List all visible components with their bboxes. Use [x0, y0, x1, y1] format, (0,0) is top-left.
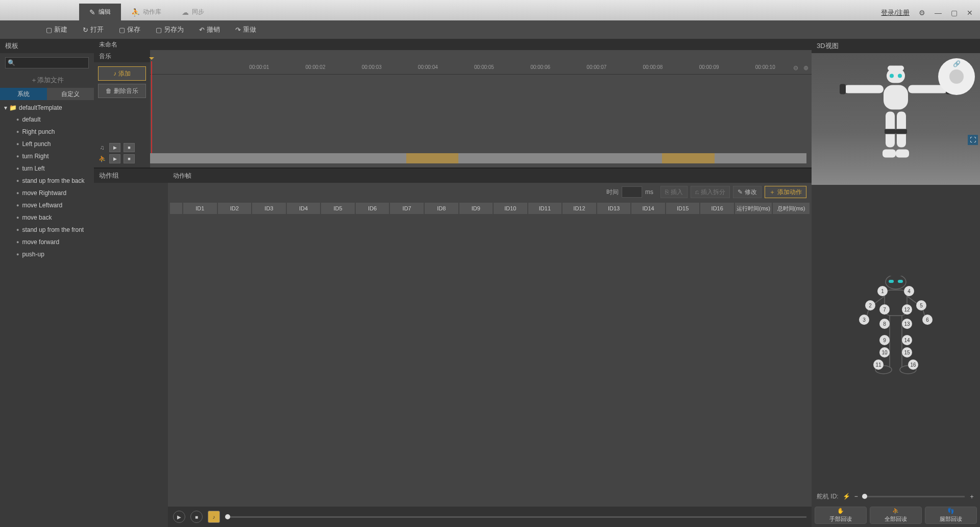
- servo-node-13[interactable]: 13: [902, 319, 912, 329]
- subtab-自定义[interactable]: 自定义: [47, 88, 94, 100]
- servo-node-16[interactable]: 16: [908, 360, 918, 370]
- readback-button-1[interactable]: ⛹全部回读: [870, 507, 922, 524]
- ruler-tick: 00:00:05: [474, 64, 494, 70]
- tab-icon: ⛹: [131, 8, 140, 16]
- toolbar-另存为[interactable]: ▢另存为: [156, 25, 184, 34]
- time-input[interactable]: [622, 186, 642, 198]
- delete-music-button[interactable]: 🗑 删除音乐: [98, 84, 146, 98]
- playback-bar: ▶ ■ ♪: [168, 507, 812, 527]
- template-item[interactable]: push-up: [0, 248, 94, 260]
- toolbar-icon: ▢: [46, 26, 52, 34]
- readback-icon: ⛹: [892, 508, 899, 514]
- track-segment[interactable]: [406, 153, 459, 163]
- plus-button[interactable]: ＋: [969, 492, 975, 501]
- add-file-button[interactable]: ＋添加文件: [0, 73, 94, 88]
- template-item[interactable]: stand up from the back: [0, 175, 94, 187]
- add-music-button[interactable]: ♪ 添加: [98, 66, 146, 81]
- folder-icon: 📁: [9, 104, 17, 111]
- expand-button[interactable]: ⛶: [968, 135, 978, 145]
- folder-label: defaultTemplate: [19, 104, 62, 111]
- toolbar-新建[interactable]: ▢新建: [46, 25, 67, 34]
- view3d[interactable]: 🔗: [812, 53, 980, 185]
- template-item[interactable]: Right punch: [0, 126, 94, 138]
- servo-node-12[interactable]: 12: [902, 304, 912, 315]
- add-action-button[interactable]: ＋ 添加动作: [765, 186, 806, 198]
- servo-node-6[interactable]: 6: [922, 315, 933, 325]
- template-item[interactable]: move back: [0, 211, 94, 224]
- toolbar-重做[interactable]: ↷重做: [235, 25, 256, 34]
- servo-node-4[interactable]: 4: [904, 286, 914, 296]
- template-item[interactable]: move Leftward: [0, 199, 94, 211]
- track-strip[interactable]: [150, 153, 806, 163]
- readback-button-2[interactable]: 👣腿部回读: [925, 507, 977, 524]
- track-segment[interactable]: [662, 153, 715, 163]
- subtab-系统[interactable]: 系统: [0, 88, 47, 100]
- template-item[interactable]: turn Left: [0, 162, 94, 175]
- servo-node-5[interactable]: 5: [916, 300, 926, 310]
- playhead[interactable]: [151, 61, 152, 153]
- template-item[interactable]: move forward: [0, 236, 94, 248]
- action-play-button[interactable]: ▶: [109, 154, 120, 163]
- frame-table-header: ID1ID2ID3ID4ID5ID6ID7ID8ID9ID10ID11ID12I…: [168, 201, 812, 215]
- servo-node-3[interactable]: 3: [859, 315, 869, 325]
- readback-button-0[interactable]: ✋手部回读: [815, 507, 867, 524]
- servo-slider[interactable]: [862, 496, 965, 497]
- servo-node-1[interactable]: 1: [877, 286, 888, 296]
- template-item[interactable]: default: [0, 113, 94, 126]
- stop-button[interactable]: ■: [190, 511, 203, 523]
- music-toggle-button[interactable]: ♪: [208, 511, 220, 523]
- template-item[interactable]: move Rightward: [0, 187, 94, 199]
- minimize-icon[interactable]: —: [935, 9, 942, 17]
- view-controls-hud[interactable]: 🔗: [938, 58, 975, 95]
- link-icon[interactable]: 🔗: [953, 60, 961, 67]
- search-input[interactable]: [15, 59, 92, 66]
- column-header: ID10: [494, 203, 527, 214]
- view3d-header: 3D视图: [812, 39, 980, 53]
- zoom-out-icon[interactable]: ⊖: [793, 64, 798, 71]
- servo-node-11[interactable]: 11: [873, 360, 884, 370]
- music-play-button[interactable]: ▶: [109, 143, 120, 152]
- servo-node-14[interactable]: 14: [902, 335, 912, 345]
- servo-node-7[interactable]: 7: [879, 304, 890, 315]
- toolbar-打开[interactable]: ↻打开: [83, 25, 104, 34]
- modify-button[interactable]: ✎ 修改: [733, 186, 762, 198]
- bolt-icon[interactable]: ⚡: [843, 493, 850, 500]
- zoom-in-icon[interactable]: ⊕: [803, 64, 808, 71]
- maximize-icon[interactable]: ▢: [951, 9, 958, 17]
- servo-node-2[interactable]: 2: [865, 300, 875, 310]
- insert-button[interactable]: ⎘ 插入: [660, 186, 688, 198]
- template-tree: ▾ 📁 defaultTemplate defaultRight punchLe…: [0, 100, 94, 262]
- servo-node-10[interactable]: 10: [879, 347, 890, 357]
- hud-center-icon[interactable]: [949, 69, 964, 84]
- toolbar-保存[interactable]: ▢保存: [119, 25, 140, 34]
- column-header: 运行时间(ms): [735, 203, 772, 214]
- close-icon[interactable]: ✕: [967, 9, 973, 17]
- template-item[interactable]: stand up from the front: [0, 224, 94, 236]
- servo-node-9[interactable]: 9: [879, 335, 890, 345]
- insert-split-button[interactable]: ⎌ 插入拆分: [691, 186, 730, 198]
- main-tab-动作库[interactable]: ⛹动作库: [121, 4, 172, 20]
- progress-track[interactable]: [225, 516, 806, 518]
- template-item[interactable]: turn Right: [0, 150, 94, 162]
- progress-thumb[interactable]: [225, 514, 230, 519]
- action-stop-button[interactable]: ■: [124, 154, 135, 163]
- music-panel: 音乐 ♪ 添加 🗑 删除音乐 ♫ ▶ ■ ⛹ ▶ ■: [94, 50, 812, 169]
- readback-icon: 👣: [947, 508, 954, 514]
- login-link[interactable]: 登录/注册: [881, 8, 910, 17]
- tree-folder[interactable]: ▾ 📁 defaultTemplate: [0, 102, 94, 113]
- main-tab-同步[interactable]: ☁同步: [172, 4, 214, 20]
- servo-thumb[interactable]: [862, 494, 867, 499]
- ruler-tick: 00:00:06: [530, 64, 550, 70]
- play-button[interactable]: ▶: [173, 511, 185, 523]
- ruler-tick: 00:00:01: [249, 64, 269, 70]
- music-stop-button[interactable]: ■: [124, 143, 135, 152]
- servo-node-8[interactable]: 8: [879, 319, 890, 329]
- toolbar-撤销[interactable]: ↶撤销: [199, 25, 220, 34]
- template-item[interactable]: Left punch: [0, 138, 94, 150]
- servo-node-15[interactable]: 15: [902, 347, 912, 357]
- settings-icon[interactable]: ⚙: [919, 9, 925, 17]
- minus-button[interactable]: −: [854, 493, 858, 500]
- main-tab-编辑[interactable]: ✎编辑: [79, 4, 121, 20]
- search-box[interactable]: 🔍: [5, 57, 89, 68]
- timeline[interactable]: 00:00:0100:00:0200:00:0300:00:0400:00:05…: [150, 50, 812, 167]
